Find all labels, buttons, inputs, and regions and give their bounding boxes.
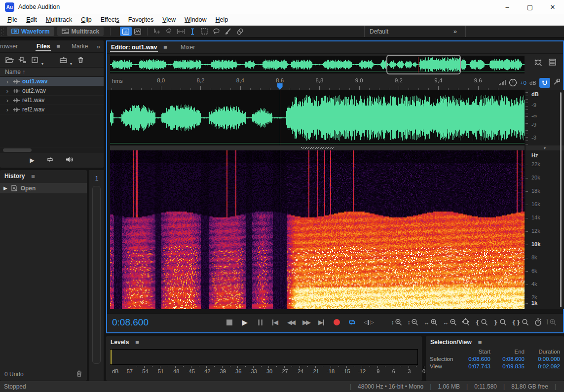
overview-view-range-box[interactable] <box>386 55 461 74</box>
waveform-mode-button[interactable]: Waveform <box>7 27 54 36</box>
open-file-button[interactable] <box>4 55 15 65</box>
zoom-reset-button[interactable] <box>462 318 470 327</box>
zoom-in-vertical-button[interactable]: ↕ <box>391 318 403 327</box>
history-panel-menu-icon[interactable]: ≡ <box>29 173 38 180</box>
pause-button[interactable] <box>256 318 264 327</box>
file-row-ref1.wav[interactable]: ›ref1.wav <box>0 96 104 105</box>
history-panel-title[interactable]: History <box>4 173 25 179</box>
slip-tool[interactable] <box>175 27 187 36</box>
marquee-selection-tool[interactable] <box>198 27 210 36</box>
waveform-spectral-splitter[interactable] <box>110 145 525 150</box>
clock-knob-icon[interactable] <box>509 78 517 87</box>
timeline-ruler[interactable]: hms +0 dB 8,08,28,48,68,89,09,29,49,6 <box>107 75 563 90</box>
spot-healing-brush-tool[interactable] <box>234 27 246 36</box>
files-loop-button[interactable] <box>46 156 54 164</box>
show-waveform-button[interactable] <box>120 27 132 36</box>
editor-panel-menu-icon[interactable]: ≡ <box>161 44 170 51</box>
selview-time-value[interactable]: 0:08.600 <box>458 356 492 362</box>
time-selection-tool[interactable] <box>187 27 198 36</box>
tab-mixer[interactable]: Mixer <box>177 41 199 53</box>
zoom-to-selection-button[interactable]: ❴❵ <box>512 318 529 327</box>
waveform-canvas[interactable] <box>110 90 525 145</box>
scrollbar-thumb[interactable] <box>3 148 32 152</box>
toolbar-grip[interactable] <box>1 28 4 36</box>
zoom-duration-button[interactable] <box>534 318 542 327</box>
selview-time-value[interactable]: 0:02.092 <box>526 363 562 369</box>
vertical-scrollbar[interactable] <box>560 92 562 307</box>
files-column-header[interactable]: Name ↑ <box>0 67 104 77</box>
delete-file-button[interactable] <box>75 55 86 65</box>
close-button[interactable]: ✕ <box>541 0 564 14</box>
time-display[interactable]: 0:08.600 <box>112 317 226 328</box>
tab-files[interactable]: Files <box>33 40 54 52</box>
multitrack-mode-button[interactable]: Multitrack <box>57 27 104 36</box>
maximize-button[interactable]: ▢ <box>519 0 541 14</box>
expand-chevron-icon[interactable]: › <box>4 97 11 104</box>
play-button[interactable]: ▶ <box>241 318 249 327</box>
selview-time-value[interactable]: 0:00.000 <box>526 356 562 362</box>
gain-value[interactable]: +0 <box>520 80 526 86</box>
spectrogram-canvas[interactable] <box>110 150 525 309</box>
expand-chevron-icon[interactable]: › <box>4 87 11 95</box>
workspace-overflow-button[interactable]: » <box>453 28 460 35</box>
tab-markers[interactable]: Marke <box>68 40 92 52</box>
snapping-toggle-button[interactable] <box>539 78 550 88</box>
zoom-out-horizontal-button[interactable]: ↔ <box>443 318 457 327</box>
selview-time-value[interactable]: 0:08.600 <box>492 356 526 362</box>
file-row-ref2.wav[interactable]: ›ref2.wav <box>0 105 104 114</box>
zoom-in-horizontal-button[interactable]: ↔ <box>423 318 438 327</box>
menu-effects[interactable]: Effects <box>96 15 124 24</box>
overview-zoom-reset-icon[interactable] <box>534 59 543 69</box>
frequency-scale[interactable]: Hz22k20k18k16k14k12k10k8k6k4k2k1k <box>526 150 564 309</box>
razor-tool[interactable] <box>163 27 175 36</box>
file-row-out2.wav[interactable]: ›out2.wav <box>0 86 104 96</box>
loop-playback-button[interactable] <box>348 318 356 327</box>
history-trash-icon[interactable] <box>76 370 82 378</box>
menu-help[interactable]: Help <box>211 15 233 24</box>
fast-forward-button[interactable]: ▶▶ <box>302 318 310 327</box>
level-meter-icon[interactable] <box>498 79 506 86</box>
amplitude-scale[interactable]: dB-9-∞-9-3 <box>526 90 564 145</box>
menu-view[interactable]: View <box>158 15 180 24</box>
history-entry-open[interactable]: ▶ Open <box>0 183 87 193</box>
overview-waveform-canvas[interactable] <box>110 56 525 73</box>
import-file-button[interactable] <box>17 55 28 65</box>
lasso-selection-tool[interactable] <box>210 27 222 36</box>
zoom-to-in-point-button[interactable]: ❴ <box>475 318 489 327</box>
minimize-button[interactable]: – <box>496 0 519 14</box>
strip-slider-track[interactable] <box>92 186 101 364</box>
skip-to-start-button[interactable]: ◀ <box>271 318 279 327</box>
tab-media-browser[interactable]: rowser <box>0 40 22 52</box>
zoom-to-out-point-button[interactable]: ❵ <box>493 318 507 327</box>
show-spectrum-button[interactable] <box>132 27 144 36</box>
selection-view-title[interactable]: Selection/View <box>430 339 472 346</box>
skip-to-end-button[interactable]: ▶ <box>317 318 325 327</box>
files-panel-menu-icon[interactable]: ≡ <box>54 43 63 50</box>
rewind-button[interactable]: ◀◀ <box>287 318 295 327</box>
menu-window[interactable]: Window <box>180 15 211 24</box>
new-file-button[interactable] <box>30 55 40 65</box>
playhead-handle[interactable] <box>277 83 283 90</box>
selview-time-value[interactable]: 0:07.743 <box>458 363 492 369</box>
record-button[interactable] <box>333 318 340 327</box>
menu-clip[interactable]: Clip <box>76 15 96 24</box>
overview-strip[interactable] <box>107 54 563 75</box>
tab-editor[interactable]: Editor: out1.wav <box>107 41 161 53</box>
menu-multitrack[interactable]: Multitrack <box>41 15 77 24</box>
stop-button[interactable] <box>226 318 233 327</box>
zoom-out-vertical-button[interactable]: ↕ <box>407 318 419 327</box>
workspace-selector[interactable]: Default <box>370 28 388 35</box>
paintbrush-selection-tool[interactable] <box>222 27 234 36</box>
selection-view-menu-icon[interactable]: ≡ <box>476 339 485 346</box>
files-horizontal-scrollbar[interactable] <box>0 147 104 153</box>
selview-time-value[interactable]: 0:09.835 <box>492 363 526 369</box>
files-panel-overflow-icon[interactable]: » <box>93 43 104 50</box>
menu-favorites[interactable]: Favorites <box>124 15 158 24</box>
zoom-vertical-disabled-button[interactable]: Ī <box>547 318 557 327</box>
waveform-display[interactable] <box>110 90 525 145</box>
insert-into-multitrack-button[interactable] <box>58 55 69 65</box>
spectral-display[interactable] <box>110 150 525 309</box>
expand-chevron-icon[interactable]: › <box>4 106 11 113</box>
expand-chevron-icon[interactable]: › <box>4 78 11 85</box>
files-play-button[interactable]: ▶ <box>30 157 34 164</box>
